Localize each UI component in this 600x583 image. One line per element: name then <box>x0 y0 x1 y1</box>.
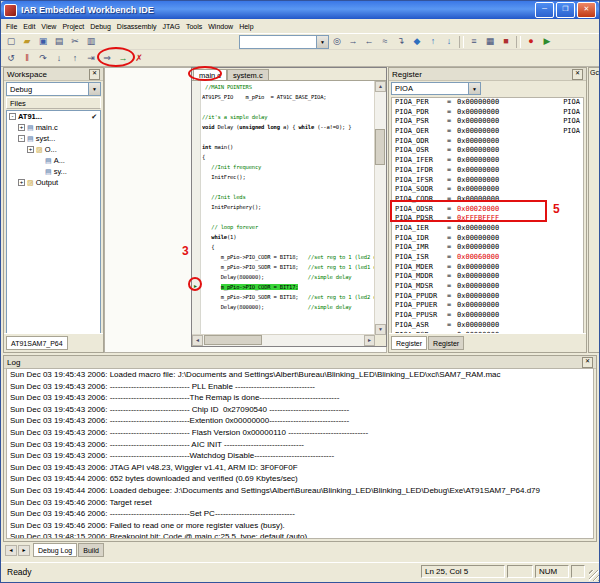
tree-item-o[interactable]: +▨O... <box>7 144 100 155</box>
menu-view[interactable]: View <box>38 23 59 30</box>
tab-register-2[interactable]: Register <box>428 336 464 350</box>
tab-system-c[interactable]: system.c <box>227 69 269 80</box>
menu-help[interactable]: Help <box>236 23 256 30</box>
minimize-button[interactable]: ─ <box>535 2 554 18</box>
hscroll-thumb[interactable] <box>204 335 262 345</box>
tab-scroll-left-icon[interactable]: ◄ <box>5 545 17 556</box>
menu-edit[interactable]: Edit <box>20 23 38 30</box>
register-row-pioa-ifdr[interactable]: PIOA_IFDR=0x00000000 <box>392 166 583 176</box>
register-row-pioa-ppudr[interactable]: PIOA_PPUDR=0x00000000 <box>392 292 583 302</box>
register-row-pioa-mder[interactable]: PIOA_MDER=0x00000000 <box>392 263 583 273</box>
chevron-down-icon[interactable]: ▼ <box>468 83 480 94</box>
find-next-button[interactable]: → <box>345 35 361 49</box>
tree-item-sy[interactable]: ▤sy... <box>7 166 100 177</box>
scroll-down-icon[interactable]: ▼ <box>375 324 386 335</box>
compile-button[interactable]: ≡ <box>466 35 482 49</box>
editor-margin[interactable]: ► <box>192 81 201 335</box>
register-row-pioa-ppusr[interactable]: PIOA_PPUSR=0x00000000 <box>392 311 583 321</box>
toggle-breakpoint-button[interactable]: ● <box>523 35 539 49</box>
register-row-pioa-pdr[interactable]: PIOA_PDR=0x00000000PIOA <box>392 108 583 118</box>
scroll-up-icon[interactable]: ▲ <box>375 81 386 92</box>
register-row-pioa-odsr[interactable]: PIOA_ODSR=0x00020000 <box>392 205 583 215</box>
find-combobox[interactable]: ▼ <box>239 35 329 49</box>
register-row-pioa-isr[interactable]: PIOA_ISR=0x00060000 <box>392 253 583 263</box>
expand-icon[interactable]: + <box>27 146 34 153</box>
editor-hscrollbar[interactable]: ◄ ► <box>192 334 375 346</box>
open-file-button[interactable]: ▰ <box>19 35 35 49</box>
workspace-tab[interactable]: AT91SAM7_P64 <box>6 336 68 350</box>
copy-button[interactable]: ▥ <box>83 35 99 49</box>
goto-line-button[interactable]: ↴ <box>393 35 409 49</box>
register-row-pioa-imr[interactable]: PIOA_IMR=0x00000000 <box>392 243 583 253</box>
find-previous-button[interactable]: ← <box>361 35 377 49</box>
tab-main-c[interactable]: main.c <box>193 69 227 80</box>
tree-item-main-c[interactable]: +▤main.c <box>7 122 100 133</box>
chevron-down-icon[interactable]: ▼ <box>88 83 100 95</box>
register-row-pioa-ier[interactable]: PIOA_IER=0x00000000 <box>392 224 583 234</box>
step-into-button[interactable]: ↓ <box>51 51 67 65</box>
break-button[interactable]: ‖ <box>19 51 35 65</box>
menu-window[interactable]: Window <box>205 23 236 30</box>
chevron-down-icon[interactable]: ▼ <box>316 36 328 48</box>
editor-vscrollbar[interactable]: ▲ ▼ <box>374 81 386 335</box>
register-row-pioa-odr[interactable]: PIOA_ODR=0x00000000 <box>392 137 583 147</box>
stop-build-button[interactable]: ■ <box>498 35 514 49</box>
next-statement-button[interactable]: ⇥ <box>83 51 99 65</box>
expand-icon[interactable]: + <box>18 179 25 186</box>
register-row-pioa-ifsr[interactable]: PIOA_IFSR=0x00000000 <box>392 176 583 186</box>
maximize-button[interactable]: ❐ <box>556 2 575 18</box>
vscroll-thumb[interactable] <box>375 129 385 165</box>
go-button[interactable]: → <box>115 51 131 65</box>
register-row-pioa-idr[interactable]: PIOA_IDR=0x00000000 <box>392 234 583 244</box>
register-row-pioa-osr[interactable]: PIOA_OSR=0x00000000 <box>392 146 583 156</box>
register-row-pioa-per[interactable]: PIOA_PER=0x00000000PIOA <box>392 98 583 108</box>
new-file-button[interactable]: ▢ <box>3 35 19 49</box>
menu-file[interactable]: File <box>3 23 20 30</box>
tree-item-output[interactable]: +▨Output <box>7 177 100 188</box>
register-row-pioa-psr[interactable]: PIOA_PSR=0x00000000PIOA <box>392 117 583 127</box>
download-and-debug-button[interactable]: ▶ <box>539 35 555 49</box>
config-dropdown[interactable]: Debug ▼ <box>6 82 101 96</box>
register-row-pioa-pdsr[interactable]: PIOA_PDSR=0xFFFBFFFF <box>392 214 583 224</box>
next-bookmark-button[interactable]: ↓ <box>441 35 457 49</box>
resize-grip[interactable] <box>589 570 600 581</box>
print-button[interactable]: ▤ <box>51 35 67 49</box>
menu-project[interactable]: Project <box>59 23 87 30</box>
replace-button[interactable]: ≈ <box>377 35 393 49</box>
tab-debug-log[interactable]: Debug Log <box>33 543 77 557</box>
tree-item-at91[interactable]: -AT91...✔ <box>7 111 100 122</box>
tree-item-a[interactable]: ▤A... <box>7 155 100 166</box>
editor-code[interactable]: //MAIN POINTERSAT91PS_PIO m_pPio = AT91C… <box>202 82 375 335</box>
scroll-right-icon[interactable]: ► <box>364 335 375 346</box>
tree-item-syst[interactable]: -▤syst... <box>7 133 100 144</box>
register-close-icon[interactable]: ✕ <box>572 69 583 80</box>
scroll-left-icon[interactable]: ◄ <box>192 335 203 346</box>
toggle-bookmark-button[interactable]: ◆ <box>409 35 425 49</box>
register-row-pioa-mdsr[interactable]: PIOA_MDSR=0x00000000 <box>392 282 583 292</box>
make-button[interactable]: ▦ <box>482 35 498 49</box>
tab-scroll-right-icon[interactable]: ► <box>18 545 30 556</box>
register-row-pioa-mddr[interactable]: PIOA_MDDR=0x00000000 <box>392 272 583 282</box>
register-row-pioa-ppuer[interactable]: PIOA_PPUER=0x00000000 <box>392 301 583 311</box>
register-row-pioa-asr[interactable]: PIOA_ASR=0x00000000 <box>392 321 583 331</box>
find-button[interactable]: ◎ <box>329 35 345 49</box>
run-to-cursor-button[interactable]: ⇒ <box>99 51 115 65</box>
menu-tools[interactable]: Tools <box>183 23 205 30</box>
menu-debug[interactable]: Debug <box>87 23 114 30</box>
register-row-pioa-ifer[interactable]: PIOA_IFER=0x00000000 <box>392 156 583 166</box>
previous-bookmark-button[interactable]: ↑ <box>425 35 441 49</box>
reset-button[interactable]: ↺ <box>3 51 19 65</box>
step-out-button[interactable]: ↑ <box>67 51 83 65</box>
log-messages[interactable]: Sun Dec 03 19:45:43 2006: Loaded macro f… <box>6 368 594 539</box>
register-row-pioa-oer[interactable]: PIOA_OER=0x00000000PIOA <box>392 127 583 137</box>
workspace-close-icon[interactable]: ✕ <box>89 69 100 80</box>
tab-register-1[interactable]: Register <box>391 336 427 350</box>
register-row-pioa-codr[interactable]: PIOA_CODR=0x00000000 <box>392 195 583 205</box>
collapse-icon[interactable]: - <box>9 113 16 120</box>
menu-jtag[interactable]: JTAG <box>160 23 183 30</box>
step-over-button[interactable]: ↷ <box>35 51 51 65</box>
save-file-button[interactable]: ▣ <box>35 35 51 49</box>
cut-button[interactable]: ✂ <box>67 35 83 49</box>
close-button[interactable]: ✕ <box>577 2 596 18</box>
stop-debugging-button[interactable]: ✗ <box>131 51 147 65</box>
